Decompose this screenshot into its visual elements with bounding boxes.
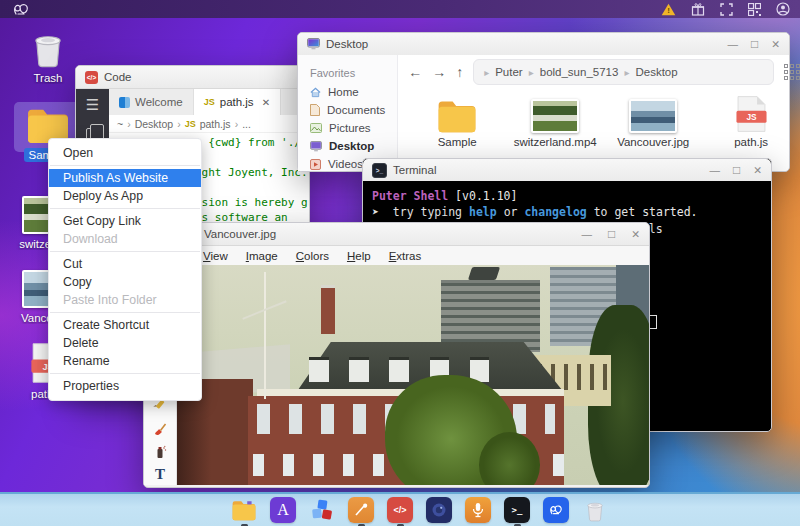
taskbar-item-recorder[interactable] [465,497,492,526]
context-menu-separator [50,312,200,313]
context-menu-item-deploy-as-app[interactable]: Deploy As App [49,187,201,205]
js-file-icon: JS [185,119,196,129]
file-manager-icon [231,497,257,523]
taskbar-item-text-editor[interactable]: A [270,497,297,526]
file-manager-titlebar[interactable]: Desktop [298,33,789,56]
image-viewer-titlebar[interactable]: Vancouver.jpg [144,223,649,246]
warning-icon[interactable]: ! [661,3,676,16]
image-editor-icon [348,497,374,523]
maximize-icon[interactable] [751,37,758,51]
puter-app-icon [543,497,569,523]
sidebar-item-pictures[interactable]: Pictures [298,119,397,137]
taskbar-item-puter[interactable] [543,497,570,526]
maximize-icon[interactable] [608,227,615,241]
breadcrumb[interactable]: ▸ Puter ▸ bold_sun_5713 ▸ Desktop [473,59,774,85]
sidebar-item-home[interactable]: Home [298,83,397,101]
file-item-switzerland[interactable]: switzerland.mp4 [510,91,600,148]
menu-colors[interactable]: Colors [287,250,338,262]
tab-pathjs[interactable]: JS path.js ✕ [194,89,281,115]
forward-button[interactable]: → [432,64,446,80]
account-icon[interactable] [776,2,790,16]
file-manager-window: Desktop Favorites Home Documents [297,32,790,172]
trash-icon [12,30,84,68]
taskbar-item-file-manager[interactable] [231,497,258,526]
context-menu-item-cut[interactable]: Cut [49,255,201,273]
recorder-app-icon [465,497,491,523]
js-file-icon: JS [204,97,215,107]
tab-welcome[interactable]: Welcome [109,89,194,115]
fullscreen-icon[interactable] [720,3,733,16]
up-button[interactable]: ↑ [456,64,463,80]
sidebar-item-desktop[interactable]: Desktop [298,137,397,155]
pencil-tool-icon[interactable] [144,399,176,417]
window-title: Terminal [393,164,436,176]
close-icon[interactable] [631,227,640,242]
taskbar-item-camera[interactable] [426,497,453,526]
context-menu-item-delete[interactable]: Delete [49,334,201,352]
prompt-symbol: ➤ [372,205,379,219]
maximize-icon[interactable] [733,163,740,177]
close-tab-icon[interactable]: ✕ [262,97,270,108]
context-menu-item-create-shortcut[interactable]: Create Shortcut [49,316,201,334]
desktop-screen: ! Trash [0,0,800,526]
photo-dormer [389,357,409,382]
vancouver-photo[interactable] [177,265,649,485]
taskbar-item-trash[interactable] [582,497,609,526]
terminal-app-icon: >_ [372,163,387,178]
context-menu-item-get-copy-link[interactable]: Get Copy Link [49,212,201,230]
menu-hamburger-icon[interactable]: ☰ [86,97,99,112]
camera-app-icon [426,497,452,523]
view-grid-icon[interactable] [784,64,800,80]
terminal-titlebar[interactable]: >_ Terminal [363,159,771,182]
context-menu-item-publish-as-website[interactable]: Publish As Website [49,169,201,187]
app-launcher-icon [192,497,218,523]
window-title: Desktop [326,38,368,50]
context-menu-item-copy[interactable]: Copy [49,273,201,291]
taskbar-item-terminal[interactable]: >_ [504,497,531,526]
menu-help[interactable]: Help [338,250,380,262]
minimize-icon[interactable] [727,38,738,50]
file-item-pathjs[interactable]: JS path.js [706,91,796,148]
file-manager-toolbar: ← → ↑ ▸ Puter ▸ bold_sun_5713 ▸ Desktop [398,55,800,89]
photo-dormer [349,357,369,382]
spray-tool-icon[interactable] [144,445,176,463]
welcome-tab-icon [119,97,130,108]
menu-extras[interactable]: Extras [380,250,431,262]
text-tool-icon[interactable]: T [144,465,176,483]
breadcrumb-item[interactable]: Puter [495,66,523,78]
close-icon[interactable] [771,37,780,52]
puter-logo-icon[interactable] [10,2,32,17]
desktop-icon-trash[interactable]: Trash [12,30,84,84]
breadcrumb-item[interactable]: bold_sun_5713 [540,66,619,78]
context-menu-item-open[interactable]: Open [49,144,201,162]
code-window-titlebar[interactable]: </> Code [76,66,309,89]
close-icon[interactable] [753,163,762,178]
code-breadcrumb[interactable]: ~› Desktop› JS path.js› ... [109,115,309,133]
window-controls [581,227,640,242]
sidebar-item-documents[interactable]: Documents [298,101,397,119]
terminal-app-icon: >_ [504,497,530,523]
taskbar-item-image-editor[interactable] [348,497,375,526]
gift-icon[interactable] [691,3,705,16]
svg-text:JS: JS [746,112,757,122]
taskbar-item-launcher[interactable] [192,497,219,526]
taskbar-item-cubes[interactable] [309,497,336,526]
js-file-icon: JS [706,91,796,133]
back-button[interactable]: ← [408,64,422,80]
minimize-icon[interactable] [581,228,592,240]
videos-icon [310,159,321,170]
qr-code-icon[interactable] [748,3,761,16]
desktop-icon [310,141,322,152]
context-menu: Open Publish As Website Deploy As App Ge… [48,138,202,401]
file-item-sample[interactable]: Sample [412,91,502,148]
code-app-icon: </> [387,497,413,523]
minimize-icon[interactable] [709,164,720,176]
context-menu-item-rename[interactable]: Rename [49,352,201,370]
menu-image[interactable]: Image [237,250,287,262]
breadcrumb-item[interactable]: Desktop [635,66,677,78]
brush-tool-icon[interactable] [144,422,176,440]
context-menu-item-properties[interactable]: Properties [49,377,201,395]
taskbar-item-code[interactable]: </> [387,497,414,526]
desktop-icon [307,38,320,50]
file-item-vancouver[interactable]: Vancouver.jpg [608,91,698,148]
